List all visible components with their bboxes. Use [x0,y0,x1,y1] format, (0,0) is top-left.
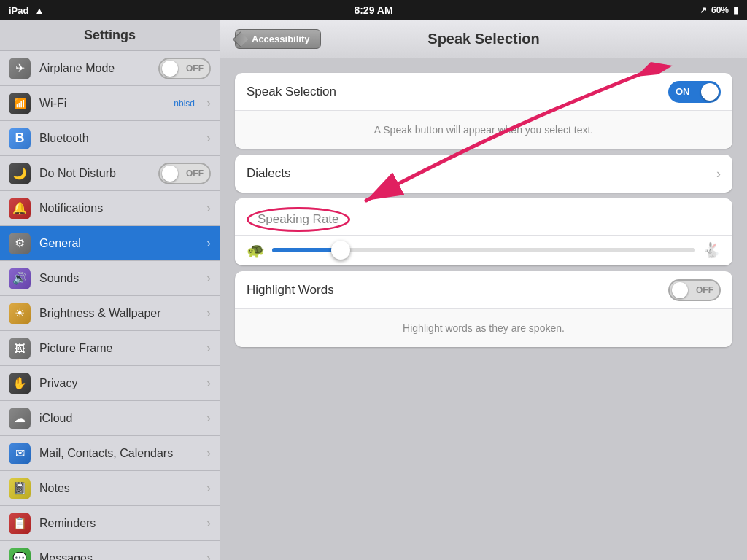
bluetooth-label: Bluetooth [39,132,201,145]
speaking-rate-section: Speaking Rate 🐢 🐇 [235,198,732,265]
picture-frame-chevron: › [206,341,211,356]
notifications-chevron: › [206,201,211,216]
dialects-section: Dialects › [235,155,732,192]
brightness-label: Brightness & Wallpaper [39,307,201,320]
notifications-icon: 🔔 [9,198,31,219]
speaking-rate-fill [272,248,336,252]
right-header: Accessibility Speak Selection [220,20,747,58]
mail-label: Mail, Contacts, Calendars [39,447,201,460]
sidebar-item-wifi[interactable]: 📶 Wi-Fi nbisd › [0,86,220,121]
sidebar-item-bluetooth[interactable]: B Bluetooth › [0,121,220,156]
speak-selection-row[interactable]: Speak Selection ON [235,73,732,111]
time-display: 8:29 AM [354,4,392,16]
dialects-row[interactable]: Dialects › [235,155,732,192]
notes-icon: 📓 [9,478,31,499]
reminders-chevron: › [206,516,211,531]
wifi-chevron: › [206,96,211,111]
battery-icon: ▮ [733,5,738,15]
back-button[interactable]: Accessibility [235,29,321,49]
right-panel: Accessibility Speak Selection Speak Sele… [220,20,747,560]
sidebar-item-messages[interactable]: 💬 Messages › [0,541,220,560]
right-content: Speak Selection ON A Speak button will a… [220,58,747,560]
sidebar: Settings ✈ Airplane Mode OFF 📶 Wi-Fi nbi… [0,20,220,560]
sounds-icon: 🔊 [9,268,31,289]
speaking-rate-slider-row[interactable]: 🐢 🐇 [235,236,732,265]
sounds-chevron: › [206,271,211,286]
device-label: iPad [9,5,28,16]
highlight-words-toggle[interactable]: OFF [668,279,721,301]
picture-frame-label: Picture Frame [39,342,201,355]
icloud-label: iCloud [39,412,201,425]
icloud-icon: ☁ [9,408,31,429]
sidebar-item-icloud[interactable]: ☁ iCloud › [0,401,220,436]
speaking-rate-track [272,248,695,252]
dnd-icon: 🌙 [9,163,31,184]
highlight-words-label: Highlight Words [247,283,668,298]
sidebar-title: Settings [0,20,220,51]
airplane-toggle-label: OFF [186,63,204,74]
wifi-icon: ▲ [34,5,44,16]
dialects-chevron: › [716,166,721,182]
sidebar-item-notifications[interactable]: 🔔 Notifications › [0,191,220,226]
messages-chevron: › [206,551,211,560]
highlight-words-row[interactable]: Highlight Words OFF [235,271,732,309]
sidebar-item-notes[interactable]: 📓 Notes › [0,471,220,506]
general-icon: ⚙ [9,233,31,254]
brightness-chevron: › [206,306,211,321]
brightness-icon: ☀ [9,303,31,324]
highlight-words-hint: Highlight words as they are spoken. [247,316,721,340]
wifi-label: Wi-Fi [39,97,174,110]
reminders-icon: 📋 [9,513,31,534]
notes-chevron: › [206,481,211,496]
airplane-label: Airplane Mode [39,62,158,75]
sidebar-item-sounds[interactable]: 🔊 Sounds › [0,261,220,296]
wifi-icon: 📶 [9,93,31,114]
highlight-words-section: Highlight Words OFF Highlight words as t… [235,271,732,347]
dnd-toggle-label: OFF [186,168,204,179]
sidebar-item-airplane-mode[interactable]: ✈ Airplane Mode OFF [0,51,220,86]
speak-selection-toggle-knob [701,83,719,101]
notes-label: Notes [39,482,201,495]
airplane-toggle[interactable]: OFF [158,58,211,79]
privacy-icon: ✋ [9,373,31,394]
speak-selection-section: Speak Selection ON A Speak button will a… [235,73,732,149]
speaking-rate-thumb[interactable] [331,241,350,260]
speak-selection-toggle-label: ON [676,86,690,97]
sidebar-item-picture-frame[interactable]: 🖼 Picture Frame › [0,331,220,366]
messages-icon: 💬 [9,548,31,561]
icloud-chevron: › [206,411,211,426]
airplane-icon: ✈ [9,58,31,79]
dialects-label: Dialects [247,166,711,181]
sidebar-item-privacy[interactable]: ✋ Privacy › [0,366,220,401]
main-layout: Settings ✈ Airplane Mode OFF 📶 Wi-Fi nbi… [0,20,747,560]
sidebar-item-dnd[interactable]: 🌙 Do Not Disturb OFF [0,156,220,191]
dnd-toggle-knob [162,166,178,182]
status-bar: iPad ▲ 8:29 AM ↗ 60% ▮ [0,0,747,20]
general-chevron: › [206,236,211,251]
speak-selection-toggle[interactable]: ON [668,81,721,103]
reminders-label: Reminders [39,517,201,530]
privacy-label: Privacy [39,377,201,390]
highlight-words-knob [672,282,688,298]
right-title: Speak Selection [427,31,539,47]
sidebar-item-general[interactable]: ⚙ General › [0,226,220,261]
sounds-label: Sounds [39,272,201,285]
speaking-rate-label: Speaking Rate [247,207,350,232]
signal-icon: ↗ [700,5,707,15]
speak-selection-hint: A Speak button will appear when you sele… [247,118,721,141]
messages-label: Messages [39,552,201,561]
highlight-words-toggle-label: OFF [696,285,713,295]
slow-speed-icon: 🐢 [247,241,265,259]
sidebar-item-reminders[interactable]: 📋 Reminders › [0,506,220,541]
dnd-toggle[interactable]: OFF [158,163,211,184]
highlight-words-hint-row: Highlight words as they are spoken. [235,309,732,347]
speak-selection-label: Speak Selection [247,85,668,99]
sidebar-item-brightness[interactable]: ☀ Brightness & Wallpaper › [0,296,220,331]
notifications-label: Notifications [39,202,201,215]
sidebar-item-mail[interactable]: ✉ Mail, Contacts, Calendars › [0,436,220,471]
bluetooth-icon: B [9,128,31,149]
picture-frame-icon: 🖼 [9,338,31,359]
mail-icon: ✉ [9,443,31,464]
bluetooth-chevron: › [206,131,211,146]
speak-selection-hint-row: A Speak button will appear when you sele… [235,111,732,149]
